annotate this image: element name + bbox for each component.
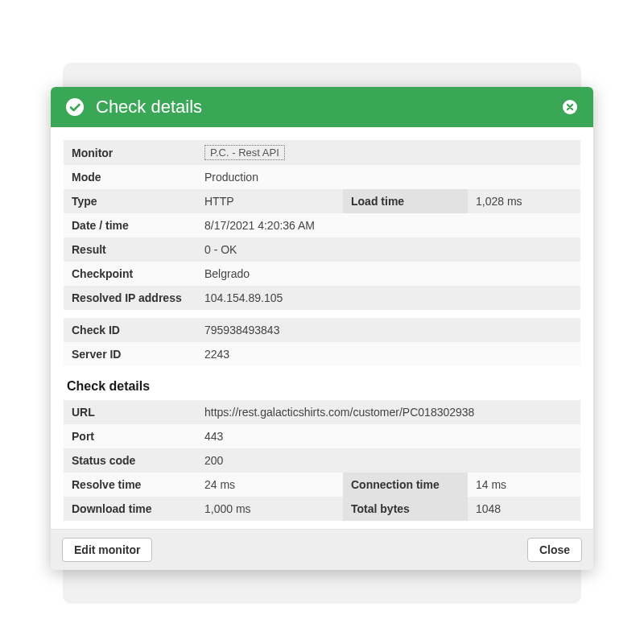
- value-type: HTTP: [196, 189, 343, 213]
- svg-point-0: [66, 98, 84, 116]
- row-statuscode: Status code 200: [64, 448, 580, 473]
- section-title: Check details: [64, 374, 580, 400]
- value-resolvedip: 104.154.89.105: [196, 286, 580, 310]
- row-type: Type HTTP Load time 1,028 ms: [64, 189, 580, 213]
- label-checkpoint: Checkpoint: [64, 262, 196, 286]
- row-resolvetime: Resolve time 24 ms Connection time 14 ms: [64, 473, 580, 497]
- label-checkid: Check ID: [64, 318, 196, 342]
- section-check-details: Check details URL https://rest.galactics…: [64, 374, 580, 521]
- label-serverid: Server ID: [64, 342, 196, 366]
- row-datetime: Date / time 8/17/2021 4:20:36 AM: [64, 213, 580, 237]
- value-port: 443: [196, 424, 580, 448]
- row-checkid: Check ID 795938493843: [64, 318, 580, 342]
- row-resolvedip: Resolved IP address 104.154.89.105: [64, 286, 580, 310]
- row-url: URL https://rest.galacticshirts.com/cust…: [64, 400, 580, 424]
- check-details-modal: Check details Monitor P.C. - Rest API Mo…: [51, 87, 593, 570]
- label-resolvedip: Resolved IP address: [64, 286, 196, 310]
- value-result: 0 - OK: [196, 237, 580, 262]
- label-totalbytes: Total bytes: [343, 497, 468, 521]
- monitor-link[interactable]: P.C. - Rest API: [204, 145, 285, 160]
- label-mode: Mode: [64, 165, 196, 189]
- section-check-ids: Check ID 795938493843 Server ID 2243: [64, 318, 580, 366]
- row-monitor: Monitor P.C. - Rest API: [64, 140, 580, 165]
- section-monitor-info: Monitor P.C. - Rest API Mode Production …: [64, 140, 580, 310]
- value-serverid: 2243: [196, 342, 580, 366]
- check-circle-icon: [65, 97, 85, 117]
- row-mode: Mode Production: [64, 165, 580, 189]
- label-datetime: Date / time: [64, 213, 196, 237]
- close-icon[interactable]: [561, 98, 579, 116]
- label-monitor: Monitor: [64, 140, 196, 165]
- label-downloadtime: Download time: [64, 497, 196, 521]
- row-downloadtime: Download time 1,000 ms Total bytes 1048: [64, 497, 580, 521]
- value-checkpoint: Belgrado: [196, 262, 580, 286]
- label-url: URL: [64, 400, 196, 424]
- row-port: Port 443: [64, 424, 580, 448]
- value-loadtime: 1,028 ms: [468, 189, 580, 213]
- row-result: Result 0 - OK: [64, 237, 580, 262]
- label-statuscode: Status code: [64, 448, 196, 473]
- label-loadtime: Load time: [343, 189, 468, 213]
- edit-monitor-button[interactable]: Edit monitor: [62, 538, 152, 562]
- value-connectiontime: 14 ms: [468, 473, 580, 497]
- row-checkpoint: Checkpoint Belgrado: [64, 262, 580, 286]
- modal-title: Check details: [96, 97, 550, 118]
- value-mode: Production: [196, 165, 580, 189]
- label-port: Port: [64, 424, 196, 448]
- modal-header: Check details: [51, 87, 593, 127]
- value-downloadtime: 1,000 ms: [196, 497, 343, 521]
- modal-body: Monitor P.C. - Rest API Mode Production …: [51, 127, 593, 521]
- label-result: Result: [64, 237, 196, 262]
- value-monitor: P.C. - Rest API: [196, 140, 580, 165]
- label-type: Type: [64, 189, 196, 213]
- value-statuscode: 200: [196, 448, 580, 473]
- modal-footer: Edit monitor Close: [51, 529, 593, 570]
- value-totalbytes: 1048: [468, 497, 580, 521]
- label-connectiontime: Connection time: [343, 473, 468, 497]
- value-checkid: 795938493843: [196, 318, 580, 342]
- value-datetime: 8/17/2021 4:20:36 AM: [196, 213, 580, 237]
- label-resolvetime: Resolve time: [64, 473, 196, 497]
- row-serverid: Server ID 2243: [64, 342, 580, 366]
- close-button[interactable]: Close: [527, 538, 582, 562]
- value-resolvetime: 24 ms: [196, 473, 343, 497]
- value-url: https://rest.galacticshirts.com/customer…: [196, 400, 580, 424]
